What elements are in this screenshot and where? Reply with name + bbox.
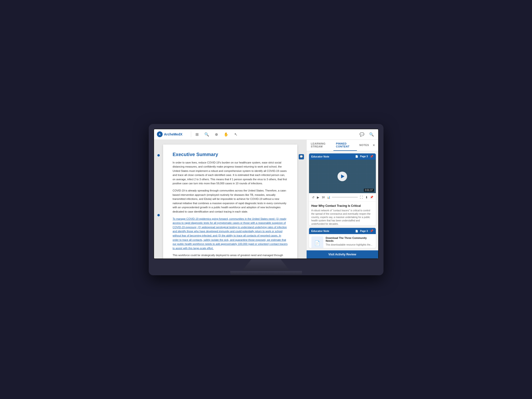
tab-pinned-content[interactable]: PINNED CONTENT (333, 140, 357, 151)
sidebar-icon: ⊞ (196, 132, 199, 137)
app-logo: A ArcheMedX (157, 131, 188, 137)
card1-body: 0:01:37 ↺ ▶ 1X 📊 (309, 160, 376, 226)
comment-bubble-icon: 💬 (300, 155, 303, 158)
card2-page-file-icon: 📄 (355, 230, 358, 232)
video-controls-right: ⛶ ⬇ 📌 (359, 195, 374, 200)
video-duration: 0:01:37 (364, 189, 374, 192)
panel-tabs: LEARNING STREAM PINNED CONTENT NOTES × (307, 140, 378, 151)
zoom-in-icon: ⊕ (215, 132, 218, 137)
doc-paragraph-2: COVID-19 is already spreading through co… (173, 189, 288, 214)
document-viewer[interactable]: 💬 Executive Summary In order to save liv… (154, 140, 306, 258)
progress-bar[interactable] (332, 197, 358, 198)
tab-learning-stream[interactable]: LEARNING STREAM (309, 140, 334, 151)
video-controls: ↺ ▶ 1X 📊 ⛶ ⬇ (309, 193, 376, 202)
card1-page-label: Page 3 (360, 155, 368, 158)
video-thumbnail[interactable]: 0:01:37 (309, 160, 376, 193)
comment-annotation-button[interactable]: 💬 (299, 154, 304, 159)
educator-note-card-1: Educator Note 📄 Page 3 📌 (309, 153, 376, 226)
sidebar-toggle-button[interactable]: ⊞ (194, 131, 200, 138)
app-name: ArcheMedX (164, 132, 183, 136)
hand-icon: ✋ (224, 132, 228, 137)
card2-title: Download The Three Community Needs (326, 237, 374, 242)
annotation-dot-bottom (157, 214, 160, 216)
card1-info: Hear Why Contact Tracing Is Critical A r… (309, 202, 376, 226)
main-area: 💬 Executive Summary In order to save liv… (154, 140, 378, 258)
card2-description: This downloadable resource highlights th… (326, 243, 374, 247)
card2-page-label: Page 3 (360, 230, 368, 232)
card1-header-label: Educator Note (311, 155, 329, 158)
download-button[interactable]: ⬇ (365, 195, 368, 200)
volume-icon: 📊 (327, 196, 330, 199)
card2-header-right: 📄 Page 3 📌 (355, 229, 373, 233)
doc-title: Executive Summary (173, 152, 288, 157)
doc-body: In order to save lives, reduce COVID-19'… (173, 161, 288, 258)
educator-note-card-2: Educator Note 📄 Page 3 📌 📄 (309, 228, 376, 248)
fullscreen-button[interactable]: ⛶ (359, 195, 363, 200)
logo-icon: A (157, 131, 163, 137)
monitor: A ArcheMedX ⊞ 🔍 ⊕ ✋ ↖ (149, 124, 384, 275)
card1-description: A robust network of "contact tracers" is… (311, 209, 374, 226)
toolbar-divider (191, 131, 191, 137)
card2-text: Download The Three Community Needs This … (326, 237, 374, 247)
card2-body: 📄 Download The Three Community Needs Thi… (309, 234, 376, 248)
pin-icon-1: 📌 (370, 155, 374, 158)
doc-paragraph-3-highlighted: To manage COVID-19 epidemics going forwa… (173, 217, 288, 251)
zoom-out-icon: 🔍 (204, 132, 209, 137)
replay-button[interactable]: ↺ (311, 195, 315, 200)
comment-icon: 💬 (360, 132, 364, 137)
document-page: 💬 Executive Summary In order to save liv… (163, 144, 297, 258)
file-icon: 📄 (314, 240, 320, 246)
right-panel: LEARNING STREAM PINNED CONTENT NOTES × E… (306, 140, 378, 258)
card1-title: Hear Why Contact Tracing Is Critical (311, 204, 374, 207)
annotation-dot-top (157, 154, 160, 156)
app-container: A ArcheMedX ⊞ 🔍 ⊕ ✋ ↖ (154, 129, 378, 258)
hand-tool-button[interactable]: ✋ (222, 131, 230, 138)
panel-close-button[interactable]: × (372, 143, 376, 148)
pin-icon-2: 📌 (370, 229, 374, 233)
monitor-stand (242, 259, 290, 271)
monitor-base (230, 271, 302, 275)
page-file-icon: 📄 (355, 155, 358, 158)
card2-header: Educator Note 📄 Page 3 📌 (309, 228, 376, 234)
cursor-tool-button[interactable]: ↖ (233, 131, 239, 138)
screen: A ArcheMedX ⊞ 🔍 ⊕ ✋ ↖ (153, 129, 379, 259)
video-play-button[interactable] (337, 172, 347, 181)
toolbar-right: 💬 🔍 (358, 131, 375, 138)
search-button[interactable]: 🔍 (368, 131, 375, 138)
doc-paragraph-1: In order to save lives, reduce COVID-19'… (173, 161, 288, 186)
comment-button[interactable]: 💬 (358, 131, 366, 138)
playback-speed[interactable]: 1X (321, 196, 325, 199)
panel-content[interactable]: Educator Note 📄 Page 3 📌 (307, 151, 378, 250)
toolbar: A ArcheMedX ⊞ 🔍 ⊕ ✋ ↖ (154, 129, 378, 140)
zoom-out-button[interactable]: 🔍 (203, 131, 210, 138)
zoom-in-button[interactable]: ⊕ (213, 131, 219, 138)
tab-notes[interactable]: NOTES (357, 141, 371, 149)
pin-icon-video: 📌 (370, 196, 374, 199)
search-icon: 🔍 (369, 132, 374, 137)
cursor-icon: ↖ (234, 132, 237, 137)
visit-activity-review-button[interactable]: Visit Activity Review (307, 250, 378, 258)
card1-header-right: 📄 Page 3 📌 (355, 155, 373, 158)
play-pause-button[interactable]: ▶ (317, 195, 320, 200)
doc-paragraph-3-remainder: This workforce could be strategically de… (173, 253, 288, 258)
card2-header-label: Educator Note (311, 230, 329, 232)
play-triangle-icon (341, 175, 344, 178)
card1-header: Educator Note 📄 Page 3 📌 (309, 153, 376, 160)
file-thumbnail: 📄 (311, 237, 323, 248)
